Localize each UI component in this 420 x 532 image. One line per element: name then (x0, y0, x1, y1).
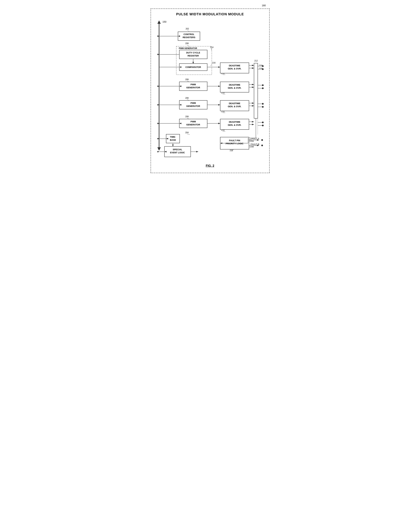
pwm-gen2-line2: GENERATOR (186, 86, 200, 89)
pwm-gen4-line2: GENERATOR (186, 123, 200, 126)
pwm-gen3-line1: PWM (190, 102, 196, 104)
ref-150-text: 150 (162, 20, 166, 23)
control-registers-line2: REGISTERS (182, 36, 195, 39)
deadtime4-line1: DEADTIME (229, 121, 240, 123)
deadtime2-line2: GEN. & OVR. (228, 87, 241, 89)
output-dot-1b (262, 68, 264, 70)
ref-220b-text: 220B (249, 146, 254, 148)
fault-b-dot (261, 145, 263, 146)
output-dot-4b (262, 125, 264, 126)
fault-a-dot (261, 139, 263, 141)
ref-216-text: 216 (212, 62, 215, 64)
fault-pin-line2: PRIORITY LOGIC (225, 142, 243, 145)
outer-dashed-box: 160 PULSE WIDTH MODULATION MODULE (150, 9, 270, 173)
deadtime1-line1: DEADTIME (229, 64, 240, 67)
pwm-gen2-line1: PWM (190, 83, 196, 86)
ref-204-line (187, 134, 190, 135)
fig-label: FIG. 2 (154, 164, 266, 168)
ref-160-text: 160 (262, 4, 266, 7)
output-dot-2a (262, 84, 264, 86)
page-container: 160 PULSE WIDTH MODULATION MODULE (150, 3, 270, 173)
fault-a-text: FAULT A (251, 137, 259, 140)
pwm-gen3-line2: GENERATOR (186, 105, 200, 107)
main-diagram-svg: 150 202 CONTROL REGISTERS 208 PWM GENERA… (154, 19, 266, 158)
output-dot-4a (262, 122, 264, 123)
fault-pin-line1: FAULT PIN (229, 139, 240, 142)
fault-b-text: FAULT B (251, 143, 259, 145)
module-title: PULSE WIDTH MODULATION MODULE (154, 12, 266, 16)
special-event-line1: SPECIAL (173, 148, 182, 151)
deadtime3-line1: DEADTIME (229, 102, 240, 105)
pwm-gen4-line1: PWM (190, 120, 196, 123)
special-event-line2: EVENT LOGIC (170, 151, 185, 154)
ref-204-text: 204 (185, 131, 189, 134)
ref-222-text: 222 (230, 149, 233, 152)
mux-block (254, 63, 258, 118)
output-dot-1a (262, 65, 264, 67)
bus-arrow-up (157, 20, 161, 24)
ref-208-top-text: 208 (185, 42, 189, 45)
output-dot-3b (262, 106, 264, 108)
bus-arrow-down (157, 147, 161, 151)
ref-220a-text: 220A (249, 140, 254, 142)
ref-218b-text: 218 (259, 67, 262, 70)
timebase-line1: TIME- (170, 136, 176, 138)
deadtime2-line1: DEADTIME (229, 83, 240, 86)
duty-cycle-line1: DUTY CYCLE (186, 51, 200, 54)
deadtime4-line2: GEN. & OVR. (228, 124, 241, 126)
timebase-line2: BASE (170, 139, 176, 141)
ref-160-label: 160 (262, 4, 266, 7)
deadtime1-line2: GEN. & OVR. (228, 67, 241, 70)
ref-214-text: 214 (210, 46, 213, 48)
pwm-gen-label: PWM GENERATOR (179, 47, 197, 49)
ref-202-text: 202 (185, 28, 189, 30)
ref-208d-text: 208 (185, 115, 189, 118)
deadtime3-line2: GEN. & OVR. (228, 105, 241, 108)
output-dot-2b (262, 87, 264, 89)
ref-208b-text: 208 (185, 78, 189, 81)
ref-216-line (210, 64, 212, 66)
output-dot-3a (262, 103, 264, 105)
ref-212-text: 212 (254, 60, 258, 62)
ref-218a-text: 218 (259, 64, 262, 67)
control-registers-line1: CONTROL (183, 33, 194, 35)
ref-208c-text: 208 (185, 97, 189, 99)
comparator-text: COMPARATOR (185, 66, 201, 68)
duty-cycle-line2: REGISTER (187, 54, 199, 57)
